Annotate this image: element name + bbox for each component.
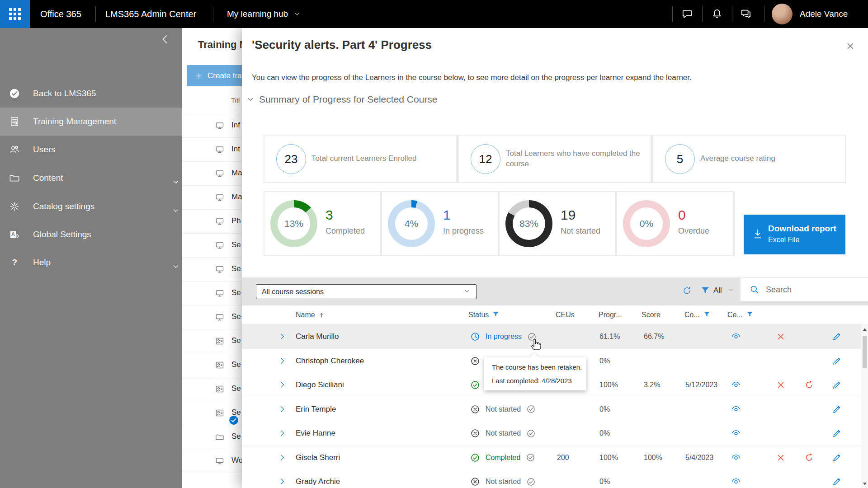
sidebar-item-back-to-lms365[interactable]: Back to LMS365 (0, 80, 182, 108)
stat-card: 12Total Learners who have completed the … (459, 136, 651, 182)
sidebar-item-help[interactable]: ?Help (0, 249, 182, 277)
learner-row[interactable]: Erin TempleNot started0% (242, 397, 868, 422)
brand-office365[interactable]: Office 365 (40, 0, 81, 28)
check-circle-icon (470, 380, 480, 390)
column-header-ce[interactable]: Ce... (727, 305, 754, 324)
x-icon (776, 332, 786, 342)
edit-icon (832, 404, 842, 414)
user-name[interactable]: Adele Vance (800, 0, 848, 28)
monitor-icon (215, 241, 224, 250)
edit-button[interactable] (832, 428, 842, 440)
retake-tooltip: The course has been retaken. Last comple… (484, 357, 586, 390)
chevron-right-icon[interactable] (278, 381, 286, 389)
status-text: Not started (486, 478, 521, 486)
scrollbar[interactable] (861, 324, 868, 488)
chevron-right-icon[interactable] (278, 454, 286, 461)
chevron-down-icon (463, 287, 471, 295)
learner-row[interactable]: Grady ArchieNot started0% (242, 469, 868, 488)
summary-section-toggle[interactable]: Summary of Progress for Selected Course (246, 94, 438, 105)
learner-row[interactable]: Evie HanneNot started0% (242, 421, 868, 446)
check-circle-icon[interactable] (526, 477, 536, 487)
avatar[interactable] (772, 4, 793, 24)
chevron-right-icon[interactable] (278, 357, 286, 365)
monitor-icon (215, 289, 224, 298)
training-title-fragment: Se (231, 336, 241, 345)
eye-icon (731, 332, 741, 342)
filter-all-dropdown[interactable]: All (713, 286, 722, 295)
download-report-button[interactable]: Download report Excel File (744, 215, 845, 254)
column-header-ceus[interactable]: CEUs (556, 305, 575, 324)
view-progress-button[interactable] (731, 404, 741, 416)
donut-percent: 4% (405, 218, 418, 229)
admin-center-title[interactable]: LMS365 Admin Center (105, 0, 196, 28)
chevron-right-icon[interactable] (278, 478, 286, 485)
learner-row[interactable]: Gisela SherriCompleted200100%100%5/4/202… (242, 446, 868, 470)
view-progress-button[interactable] (731, 428, 741, 440)
column-header-status[interactable]: Status (468, 305, 500, 324)
scroll-down-arrow[interactable] (863, 483, 867, 485)
collapse-nav-button[interactable] (159, 33, 175, 50)
app-launcher-button[interactable] (0, 0, 30, 28)
stat-circle: 12 (471, 144, 500, 174)
chevron-right-icon[interactable] (278, 333, 286, 340)
check-circle-icon[interactable] (526, 453, 535, 462)
monitor-icon (215, 313, 224, 322)
view-progress-button[interactable] (731, 332, 741, 343)
column-header-name[interactable]: Name (296, 305, 325, 324)
filter-icon[interactable] (700, 286, 710, 297)
status-cell (470, 349, 480, 373)
donut-card-in-progress: 4%1In progress (382, 192, 498, 255)
view-progress-button[interactable] (731, 477, 741, 488)
waffle-icon (9, 8, 21, 20)
search-input[interactable]: Search (741, 278, 868, 301)
remove-button[interactable] (776, 332, 786, 343)
remove-button[interactable] (776, 380, 786, 392)
close-panel-button[interactable] (842, 38, 859, 54)
sidebar-item-catalog-settings[interactable]: Catalog settings (0, 192, 182, 221)
edit-button[interactable] (832, 380, 842, 392)
chat-button[interactable] (681, 0, 693, 28)
learner-name: Christoph Cherokee (296, 357, 364, 366)
feedback-button[interactable] (740, 0, 752, 28)
bell-icon (711, 8, 723, 20)
sidebar-item-global-settings[interactable]: AGlobal Settings (0, 221, 182, 249)
edit-button[interactable] (832, 477, 842, 488)
notifications-button[interactable] (711, 0, 723, 28)
chevron-right-icon[interactable] (278, 405, 286, 413)
column-header-score[interactable]: Score (642, 305, 660, 324)
scroll-up-arrow[interactable] (863, 328, 867, 331)
refresh-icon[interactable] (682, 286, 692, 298)
check-circle-icon[interactable] (526, 404, 536, 414)
course-session-dropdown[interactable]: All course sessions (256, 284, 476, 299)
eye-icon (731, 477, 741, 487)
retake-button[interactable] (804, 453, 814, 465)
sidebar-item-content[interactable]: Content (0, 164, 182, 192)
column-header-title[interactable]: Titl (231, 96, 240, 104)
view-progress-button[interactable] (731, 380, 741, 392)
retake-button[interactable] (804, 380, 814, 392)
training-title-fragment: Se (231, 288, 241, 297)
sidebar-item-training-management[interactable]: Training Management (0, 108, 182, 136)
funnel-icon[interactable] (703, 310, 711, 318)
view-progress-button[interactable] (731, 453, 741, 465)
monitor-icon (215, 265, 224, 274)
scroll-thumb[interactable] (863, 336, 867, 368)
edit-button[interactable] (832, 404, 842, 416)
chevron-down-icon (246, 95, 255, 103)
funnel-icon[interactable] (746, 310, 754, 318)
donut-chart: 13% (270, 200, 317, 247)
hub-selector[interactable]: My learning hub (227, 0, 301, 28)
edit-button[interactable] (832, 332, 842, 343)
sidebar-item-users[interactable]: Users (0, 136, 182, 164)
remove-button[interactable] (776, 453, 786, 465)
check-circle-icon[interactable] (526, 429, 536, 438)
learner-row[interactable]: Carla MurilloIn progress61.1%66.7% (242, 324, 868, 349)
monitor-icon (215, 145, 224, 154)
funnel-icon[interactable] (492, 310, 500, 318)
edit-button[interactable] (832, 356, 842, 368)
column-header-co[interactable]: Co... (684, 305, 711, 324)
edit-button[interactable] (832, 453, 842, 465)
column-header-progr[interactable]: Progr... (599, 305, 622, 324)
chevron-right-icon[interactable] (278, 429, 286, 437)
tooltip-line2: Last completed: 4/28/2023 (492, 377, 572, 385)
